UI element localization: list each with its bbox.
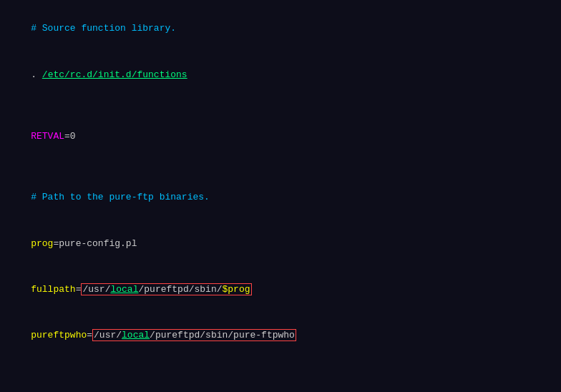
line-11: [9, 374, 552, 389]
line-12: start() {: [9, 389, 552, 392]
line-6: # Path to the pure-ftp binaries.: [9, 175, 552, 220]
line-3: [9, 98, 552, 113]
line-9: pureftpwho=/usr/local/pureftpd/sbin/pure…: [9, 313, 552, 358]
line-4: RETVAL=0: [9, 113, 552, 159]
line-2: . /etc/rc.d/init.d/functions: [9, 52, 552, 97]
line-1: # Source function library.: [9, 6, 552, 52]
line-5: [9, 159, 552, 174]
line-8: fullpath=/usr/local/pureftpd/sbin/$prog: [9, 266, 552, 312]
code-editor: # Source function library. . /etc/rc.d/i…: [0, 0, 561, 392]
line-7: prog=pure-config.pl: [9, 220, 552, 266]
line-10: [9, 358, 552, 373]
